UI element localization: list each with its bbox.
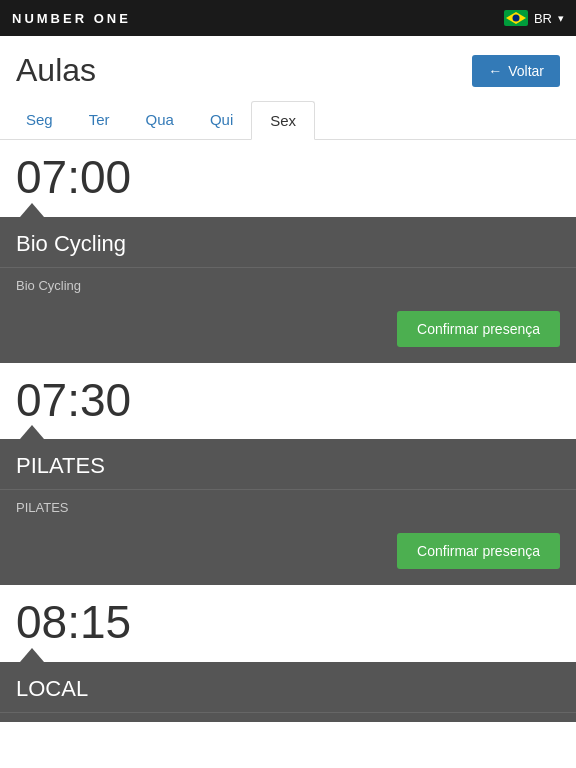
day-tabs: Seg Ter Qua Qui Sex bbox=[0, 101, 576, 140]
time-slot-0700: 07:00 bbox=[0, 140, 576, 203]
tab-seg[interactable]: Seg bbox=[8, 101, 71, 140]
app-logo: NUMBER ONE bbox=[12, 11, 131, 26]
class-card-subtitle-biocycling: Bio Cycling bbox=[0, 268, 576, 303]
class-card-subtitle-pilates: PILATES bbox=[0, 490, 576, 525]
back-arrow-icon: ← bbox=[488, 63, 502, 79]
svg-point-2 bbox=[512, 15, 519, 22]
time-slot-0730: 07:30 bbox=[0, 363, 576, 426]
class-card-pilates: PILATES PILATES Confirmar presença bbox=[0, 439, 576, 585]
class-card-title-biocycling: Bio Cycling bbox=[0, 217, 576, 268]
confirm-button-biocycling[interactable]: Confirmar presença bbox=[397, 311, 560, 347]
time-label-0815: 08:15 bbox=[16, 597, 560, 648]
page-title: Aulas bbox=[16, 52, 96, 89]
time-label-0730: 07:30 bbox=[16, 375, 560, 426]
class-card-action-pilates: Confirmar presença bbox=[0, 525, 576, 585]
pointer-triangle-0815 bbox=[20, 648, 44, 662]
class-card-biocycling: Bio Cycling Bio Cycling Confirmar presen… bbox=[0, 217, 576, 363]
class-card-title-pilates: PILATES bbox=[0, 439, 576, 490]
country-dropdown-icon[interactable]: ▾ bbox=[558, 12, 564, 25]
country-code: BR bbox=[534, 11, 552, 26]
tab-ter[interactable]: Ter bbox=[71, 101, 128, 140]
class-card-action-biocycling: Confirmar presença bbox=[0, 303, 576, 363]
brazil-flag-icon bbox=[504, 10, 528, 26]
tab-qua[interactable]: Qua bbox=[128, 101, 192, 140]
time-label-0700: 07:00 bbox=[16, 152, 560, 203]
class-card-title-local: LOCAL bbox=[0, 662, 576, 713]
tab-sex[interactable]: Sex bbox=[251, 101, 315, 140]
pointer-triangle-0700 bbox=[20, 203, 44, 217]
time-slot-0815: 08:15 bbox=[0, 585, 576, 648]
top-bar-right: BR ▾ bbox=[504, 10, 564, 26]
class-card-local: LOCAL bbox=[0, 662, 576, 722]
pointer-triangle-0730 bbox=[20, 425, 44, 439]
confirm-button-pilates[interactable]: Confirmar presença bbox=[397, 533, 560, 569]
back-button-label: Voltar bbox=[508, 63, 544, 79]
back-button[interactable]: ← Voltar bbox=[472, 55, 560, 87]
top-bar: NUMBER ONE BR ▾ bbox=[0, 0, 576, 36]
page-header: Aulas ← Voltar bbox=[0, 36, 576, 101]
tab-qui[interactable]: Qui bbox=[192, 101, 251, 140]
